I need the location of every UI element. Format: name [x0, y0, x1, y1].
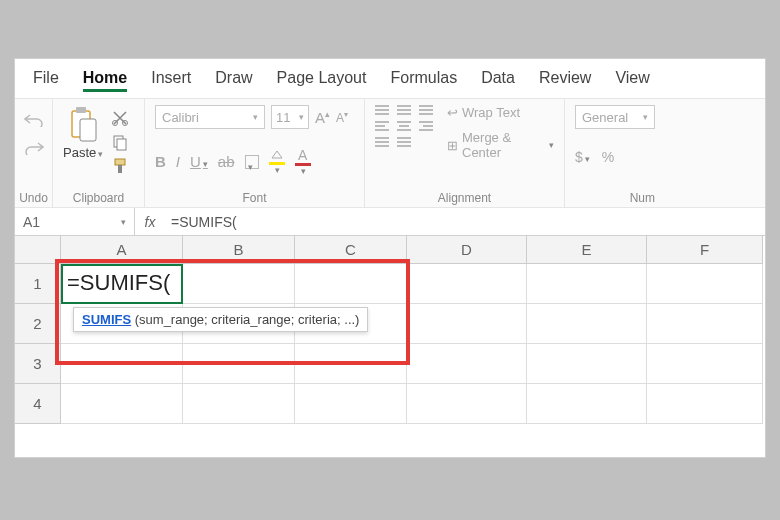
strike-button[interactable]: ab: [218, 153, 235, 170]
group-label-clipboard: Clipboard: [63, 189, 134, 205]
merge-center-button[interactable]: ⊞Merge & Center: [447, 130, 554, 160]
row-header[interactable]: 3: [15, 344, 61, 384]
fx-icon[interactable]: fx: [135, 214, 165, 230]
name-box[interactable]: A1▾: [15, 208, 135, 235]
svg-rect-2: [80, 119, 96, 141]
cell[interactable]: [647, 304, 763, 344]
col-header[interactable]: E: [527, 236, 647, 264]
cell[interactable]: [527, 304, 647, 344]
col-header[interactable]: A: [61, 236, 183, 264]
group-label-alignment: Alignment: [375, 189, 554, 205]
cell[interactable]: [61, 344, 183, 384]
underline-button[interactable]: U: [190, 153, 208, 170]
paste-button[interactable]: Paste: [63, 105, 103, 160]
row-header[interactable]: 2: [15, 304, 61, 344]
cell[interactable]: [647, 344, 763, 384]
group-clipboard: Paste Clipboard: [53, 99, 145, 207]
tab-data[interactable]: Data: [481, 69, 515, 92]
group-label-font: Font: [155, 189, 354, 205]
increase-font-icon[interactable]: A▴: [315, 109, 330, 126]
col-header[interactable]: B: [183, 236, 295, 264]
group-alignment: ↩Wrap Text ⊞Merge & Center Alignment: [365, 99, 565, 207]
cell[interactable]: [407, 304, 527, 344]
align-middle-icon[interactable]: [397, 105, 411, 115]
currency-button[interactable]: $: [575, 149, 590, 165]
col-header[interactable]: F: [647, 236, 763, 264]
group-label-number: Num: [575, 189, 655, 205]
border-button[interactable]: [245, 155, 259, 169]
formula-input[interactable]: =SUMIFS(: [165, 214, 765, 230]
cut-icon[interactable]: [111, 109, 129, 127]
function-tooltip: SUMIFS (sum_range; criteria_range; crite…: [73, 307, 368, 332]
svg-rect-1: [76, 107, 86, 113]
app-window: File Home Insert Draw Page Layout Formul…: [14, 58, 766, 458]
tab-home[interactable]: Home: [83, 69, 127, 92]
ribbon-tabs: File Home Insert Draw Page Layout Formul…: [15, 59, 765, 98]
cell[interactable]: [407, 264, 527, 304]
align-center-icon[interactable]: [397, 121, 411, 131]
align-top-icon[interactable]: [375, 105, 389, 115]
font-color-button[interactable]: A: [295, 147, 311, 176]
align-right-icon[interactable]: [419, 121, 433, 131]
bold-button[interactable]: B: [155, 153, 166, 170]
cell[interactable]: [407, 344, 527, 384]
redo-icon[interactable]: [24, 141, 44, 155]
font-size-select[interactable]: 11▾: [271, 105, 309, 129]
row-header[interactable]: 4: [15, 384, 61, 424]
col-header[interactable]: D: [407, 236, 527, 264]
wrap-text-icon: ↩: [447, 105, 458, 120]
cell[interactable]: [183, 344, 295, 384]
cell[interactable]: [407, 384, 527, 424]
cell[interactable]: [295, 264, 407, 304]
copy-icon[interactable]: [111, 133, 129, 151]
ribbon: Undo Paste Clipboard Calibri▾: [15, 98, 765, 208]
paste-label: Paste: [63, 145, 103, 160]
cell[interactable]: [527, 384, 647, 424]
align-bottom-icon[interactable]: [419, 105, 433, 115]
row-header[interactable]: 1: [15, 264, 61, 304]
increase-indent-icon[interactable]: [397, 137, 411, 147]
cell[interactable]: [295, 344, 407, 384]
font-name-select[interactable]: Calibri▾: [155, 105, 265, 129]
cell[interactable]: [183, 384, 295, 424]
cell[interactable]: [295, 384, 407, 424]
cell[interactable]: [527, 344, 647, 384]
tab-formulas[interactable]: Formulas: [390, 69, 457, 92]
function-tooltip-link[interactable]: SUMIFS: [82, 312, 131, 327]
cell-a1[interactable]: =SUMIFS(: [61, 264, 183, 304]
merge-icon: ⊞: [447, 138, 458, 153]
tab-file[interactable]: File: [33, 69, 59, 92]
col-header[interactable]: C: [295, 236, 407, 264]
italic-button[interactable]: I: [176, 153, 180, 170]
decrease-font-icon[interactable]: A▾: [336, 110, 348, 125]
tab-page-layout[interactable]: Page Layout: [277, 69, 367, 92]
svg-rect-6: [117, 139, 126, 150]
formula-bar: A1▾ fx =SUMIFS(: [15, 208, 765, 236]
cell[interactable]: [61, 384, 183, 424]
svg-rect-8: [118, 165, 122, 173]
tab-draw[interactable]: Draw: [215, 69, 252, 92]
group-font: Calibri▾ 11▾ A▴ A▾ B I U ab A Font: [145, 99, 365, 207]
function-tooltip-signature: (sum_range; criteria_range; criteria; ..…: [131, 312, 359, 327]
group-undo: Undo: [15, 99, 53, 207]
undo-icon[interactable]: [24, 113, 44, 127]
format-painter-icon[interactable]: [111, 157, 129, 175]
cell[interactable]: [647, 264, 763, 304]
tab-review[interactable]: Review: [539, 69, 591, 92]
number-format-select[interactable]: General▾: [575, 105, 655, 129]
percent-button[interactable]: %: [602, 149, 614, 165]
fill-color-button[interactable]: [269, 149, 285, 175]
select-all-corner[interactable]: [15, 236, 61, 264]
cell-editing-text: =SUMIFS(: [67, 270, 170, 296]
wrap-text-button[interactable]: ↩Wrap Text: [447, 105, 554, 120]
cell[interactable]: [183, 264, 295, 304]
group-number: General▾ $ % Num: [565, 99, 665, 207]
cell[interactable]: [527, 264, 647, 304]
svg-rect-7: [115, 159, 125, 165]
decrease-indent-icon[interactable]: [375, 137, 389, 147]
group-label-undo: Undo: [19, 189, 48, 205]
tab-insert[interactable]: Insert: [151, 69, 191, 92]
cell[interactable]: [647, 384, 763, 424]
tab-view[interactable]: View: [615, 69, 649, 92]
align-left-icon[interactable]: [375, 121, 389, 131]
